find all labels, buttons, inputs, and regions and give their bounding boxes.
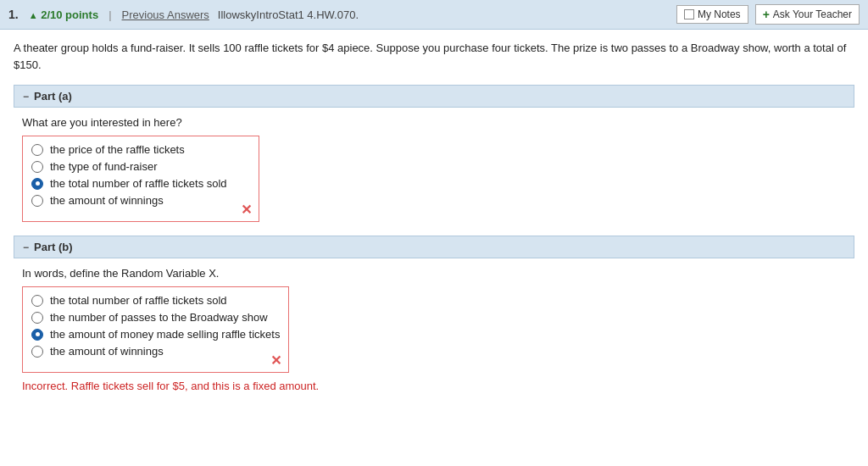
problem-text: A theater group holds a fund-raiser. It … [14, 40, 854, 73]
choice-label-0-3: the amount of winnings [50, 194, 164, 207]
radio-1-3[interactable] [31, 346, 43, 358]
part-label-0: Part (a) [34, 90, 72, 103]
header-bar: 1. ▲ 2/10 points | Previous Answers Illo… [0, 0, 868, 30]
assignment-id: IllowskyIntroStat1 4.HW.070. [218, 8, 359, 21]
radio-1-2[interactable] [31, 329, 43, 341]
separator: | [108, 8, 111, 21]
choice-item-0-1[interactable]: the type of fund-raiser [31, 160, 250, 173]
header-right: My Notes + Ask Your Teacher [676, 4, 860, 25]
question-number: 1. [8, 8, 19, 21]
choice-label-1-2: the amount of money made selling raffle … [50, 328, 280, 341]
collapse-icon-0: − [23, 91, 29, 103]
choice-label-0-1: the type of fund-raiser [50, 160, 157, 173]
points-badge: ▲ 2/10 points [29, 8, 98, 21]
choice-item-1-3[interactable]: the amount of winnings [31, 345, 280, 358]
choice-item-0-2[interactable]: the total number of raffle tickets sold [31, 177, 250, 190]
radio-0-1[interactable] [31, 161, 43, 173]
parts-container: − Part (a)What are you interested in her… [14, 85, 854, 392]
plus-icon: + [763, 8, 770, 21]
ask-teacher-button[interactable]: + Ask Your Teacher [755, 4, 860, 25]
radio-1-0[interactable] [31, 295, 43, 307]
incorrect-msg-1: Incorrect. Raffle tickets sell for $5, a… [22, 380, 846, 392]
arrow-up-icon: ▲ [29, 10, 38, 20]
radio-1-1[interactable] [31, 312, 43, 324]
choice-box-1: the total number of raffle tickets soldt… [22, 286, 289, 373]
radio-0-2[interactable] [31, 178, 43, 190]
part-label-1: Part (b) [34, 241, 73, 253]
part-body-1: In words, define the Random Variable X.t… [14, 267, 854, 392]
choice-item-0-3[interactable]: the amount of winnings [31, 194, 250, 207]
main-content: A theater group holds a fund-raiser. It … [0, 30, 868, 419]
x-mark-1[interactable]: ✕ [270, 352, 281, 369]
part-section-1: − Part (b)In words, define the Random Va… [14, 236, 854, 392]
part-header-0[interactable]: − Part (a) [14, 85, 854, 108]
part-body-0: What are you interested in here?the pric… [14, 116, 854, 222]
choice-label-1-3: the amount of winnings [50, 345, 164, 358]
choice-box-0: the price of the raffle ticketsthe type … [22, 136, 259, 222]
choice-label-0-2: the total number of raffle tickets sold [50, 177, 227, 190]
choice-item-1-1[interactable]: the number of passes to the Broadway sho… [31, 311, 280, 324]
collapse-icon-1: − [23, 241, 29, 253]
part-question-1: In words, define the Random Variable X. [22, 267, 846, 280]
choice-label-1-0: the total number of raffle tickets sold [50, 294, 227, 307]
radio-0-3[interactable] [31, 195, 43, 207]
part-section-0: − Part (a)What are you interested in her… [14, 85, 854, 222]
choice-label-1-1: the number of passes to the Broadway sho… [50, 311, 268, 324]
radio-0-0[interactable] [31, 144, 43, 156]
x-mark-0[interactable]: ✕ [241, 202, 252, 218]
choice-item-1-2[interactable]: the amount of money made selling raffle … [31, 328, 280, 341]
choice-item-1-0[interactable]: the total number of raffle tickets sold [31, 294, 280, 307]
choice-item-0-0[interactable]: the price of the raffle tickets [31, 143, 250, 156]
part-question-0: What are you interested in here? [22, 116, 846, 129]
previous-answers-link[interactable]: Previous Answers [122, 8, 209, 21]
checkbox-icon [684, 9, 694, 19]
my-notes-button[interactable]: My Notes [676, 5, 748, 24]
choice-label-0-0: the price of the raffle tickets [50, 143, 185, 156]
part-header-1[interactable]: − Part (b) [14, 236, 854, 258]
